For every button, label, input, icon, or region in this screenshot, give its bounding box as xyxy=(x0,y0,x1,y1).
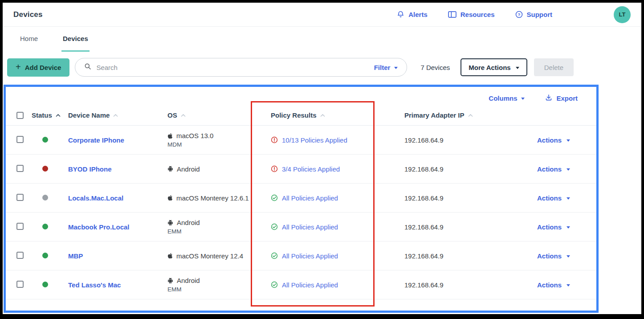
status-dot xyxy=(42,166,48,172)
actions-dropdown[interactable]: Actions xyxy=(537,281,570,289)
chevron-down-icon xyxy=(567,168,570,171)
tab-devices[interactable]: Devices xyxy=(61,27,90,52)
actions-dropdown[interactable]: Actions xyxy=(537,194,570,202)
alerts-button[interactable]: Alerts xyxy=(397,11,428,18)
svg-text:?: ? xyxy=(518,12,520,17)
warning-icon xyxy=(271,136,278,143)
app-window: Devices Alerts Resources xyxy=(0,0,644,319)
filter-dropdown[interactable]: Filter xyxy=(374,64,398,71)
sort-caret-icon[interactable] xyxy=(181,114,186,117)
resources-label: Resources xyxy=(461,11,495,18)
os-label: macOS 13.0 xyxy=(176,132,213,139)
table-row: Ted Lasso's Mac Android EMM xyxy=(6,270,596,299)
row-checkbox[interactable] xyxy=(16,136,24,143)
status-dot xyxy=(42,253,48,258)
table-row: MBP macOS Monterey 12.4 xyxy=(6,241,596,270)
column-header-device-name[interactable]: Device Name xyxy=(68,111,110,119)
select-all-checkbox[interactable] xyxy=(16,112,24,119)
status-dot xyxy=(42,282,48,287)
actions-label: Actions xyxy=(537,136,562,144)
sort-caret-icon[interactable] xyxy=(468,114,473,117)
policy-results-link[interactable]: All Policies Applied xyxy=(282,223,338,231)
chevron-down-icon xyxy=(567,284,570,286)
warning-icon xyxy=(271,165,278,172)
tab-bar: Home Devices xyxy=(3,27,641,52)
device-name-link[interactable]: Corporate IPhone xyxy=(68,136,124,144)
actions-dropdown[interactable]: Actions xyxy=(537,223,570,231)
actions-dropdown[interactable]: Actions xyxy=(537,252,570,260)
actions-dropdown[interactable]: Actions xyxy=(537,136,570,144)
policy-results-link[interactable]: All Policies Applied xyxy=(282,281,338,289)
row-checkbox[interactable] xyxy=(16,281,24,288)
sort-caret-icon[interactable] xyxy=(113,114,118,117)
status-dot xyxy=(42,224,48,229)
android-icon xyxy=(167,166,173,172)
more-actions-button[interactable]: More Actions xyxy=(461,58,527,76)
delete-button[interactable]: Delete xyxy=(534,58,574,76)
row-checkbox[interactable] xyxy=(16,165,24,172)
support-label: Support xyxy=(527,11,553,18)
device-name-link[interactable]: Macbook Pro.Local xyxy=(68,223,130,231)
status-dot xyxy=(42,137,48,143)
device-name-link[interactable]: BYOD IPhone xyxy=(68,165,112,173)
add-device-label: Add Device xyxy=(25,64,61,71)
user-avatar[interactable]: LT xyxy=(614,6,631,23)
table-rows: Corporate IPhone macOS 13.0 MDM xyxy=(6,126,596,299)
check-icon xyxy=(271,223,278,230)
search-input[interactable] xyxy=(96,64,369,71)
table-row: Macbook Pro.Local Android EMM xyxy=(6,213,596,241)
row-checkbox[interactable] xyxy=(16,223,24,230)
column-header-primary-adapter-ip[interactable]: Primary Adapter IP xyxy=(404,111,465,119)
columns-label: Columns xyxy=(489,94,517,102)
chevron-down-icon xyxy=(567,139,570,142)
chevron-down-icon xyxy=(567,255,570,258)
app-header: Devices Alerts Resources xyxy=(3,3,641,27)
primary-adapter-ip: 192.168.64.9 xyxy=(404,223,534,231)
bell-icon xyxy=(397,11,404,18)
device-table-container: Columns Export Status Devic xyxy=(4,85,599,313)
policy-results-link[interactable]: 3/4 Policies Applied xyxy=(282,165,340,173)
column-header-policy-results[interactable]: Policy Results xyxy=(271,111,317,119)
apple-icon xyxy=(167,253,173,259)
resources-button[interactable]: Resources xyxy=(448,11,495,18)
device-name-link[interactable]: MBP xyxy=(68,252,83,260)
sort-caret-icon[interactable] xyxy=(56,114,61,117)
chevron-down-icon xyxy=(567,226,570,229)
row-checkbox[interactable] xyxy=(16,194,24,201)
policy-results-link[interactable]: All Policies Applied xyxy=(282,252,338,260)
export-label: Export xyxy=(556,94,578,102)
os-management-label: EMM xyxy=(167,228,271,235)
chevron-down-icon xyxy=(394,67,398,69)
policy-results-link[interactable]: 10/13 Policies Applied xyxy=(282,136,347,144)
apple-icon xyxy=(167,133,173,139)
support-button[interactable]: ? Support xyxy=(515,11,553,18)
tab-home[interactable]: Home xyxy=(19,27,39,52)
add-device-button[interactable]: + Add Device xyxy=(7,58,69,77)
device-name-link[interactable]: Ted Lasso's Mac xyxy=(68,281,121,289)
chevron-down-icon xyxy=(516,67,519,69)
sort-caret-icon[interactable] xyxy=(320,114,325,117)
column-header-os[interactable]: OS xyxy=(167,111,177,119)
top-nav: Alerts Resources ? Suppor xyxy=(397,11,552,18)
apple-icon xyxy=(167,195,173,201)
column-header-status[interactable]: Status xyxy=(32,111,52,119)
policy-results-link[interactable]: All Policies Applied xyxy=(282,194,338,202)
actions-label: Actions xyxy=(537,281,562,289)
actions-dropdown[interactable]: Actions xyxy=(537,165,570,173)
table-row: Locals.Mac.Local macOS Monterey 12.6.1 xyxy=(6,184,596,213)
os-label: Android xyxy=(177,277,200,284)
device-name-link[interactable]: Locals.Mac.Local xyxy=(68,194,123,202)
export-button[interactable]: Export xyxy=(545,94,578,102)
columns-dropdown[interactable]: Columns xyxy=(489,94,525,102)
check-icon xyxy=(271,281,278,288)
table-tools: Columns Export xyxy=(6,87,596,105)
primary-adapter-ip: 192.168.64.9 xyxy=(404,136,534,144)
os-label: macOS Monterey 12.6.1 xyxy=(176,194,249,202)
page-title: Devices xyxy=(13,10,43,19)
row-checkbox[interactable] xyxy=(16,252,24,259)
check-icon xyxy=(271,252,278,259)
table-row: BYOD IPhone Android xyxy=(6,155,596,184)
filter-label: Filter xyxy=(374,64,391,71)
android-icon xyxy=(167,278,173,284)
actions-label: Actions xyxy=(537,252,562,260)
